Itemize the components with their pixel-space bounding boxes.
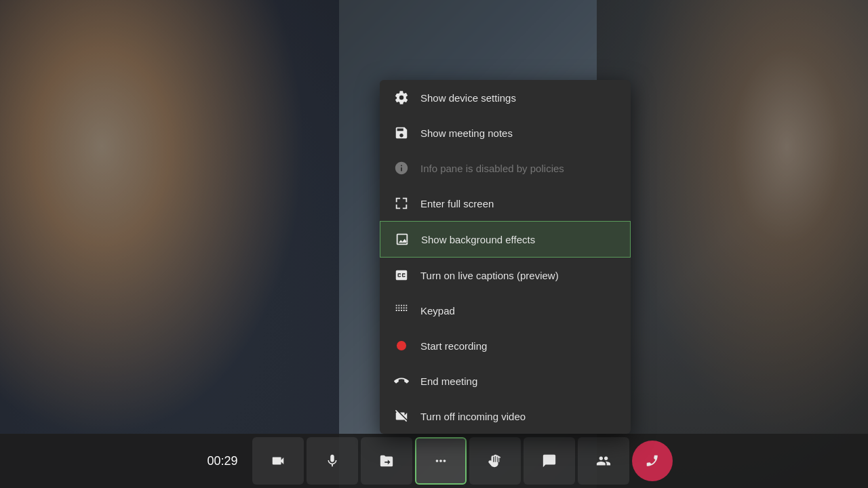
menu-label-info-pane: Info pane is disabled by policies [420,163,564,174]
raise-hand-icon [487,453,503,469]
raise-hand-button[interactable] [469,437,521,485]
menu-label-keypad: Keypad [420,305,455,317]
toolbar: 00:29 [0,434,868,488]
chat-button[interactable] [524,437,575,485]
menu-item-device-settings[interactable]: Show device settings [380,80,631,115]
menu-item-turn-off-video[interactable]: Turn off incoming video [380,399,631,434]
menu-label-fullscreen: Enter full screen [420,198,494,209]
menu-item-end-meeting[interactable]: End meeting [380,363,631,399]
menu-item-captions[interactable]: Turn on live captions (preview) [380,258,631,293]
menu-label-recording: Start recording [420,340,487,352]
participants-icon [595,453,612,469]
menu-label-device-settings: Show device settings [420,92,516,104]
call-timer: 00:29 [195,454,250,468]
fullscreen-icon [393,195,410,211]
end-call-button[interactable] [632,441,673,481]
keypad-icon [393,302,410,319]
notes-icon [393,125,410,141]
end-icon [393,373,410,389]
mic-icon [324,453,340,469]
menu-label-meeting-notes: Show meeting notes [420,127,513,139]
menu-label-end-meeting: End meeting [420,375,477,387]
menu-label-bg-effects: Show background effects [421,234,535,245]
share-button[interactable] [361,437,412,485]
menu-item-fullscreen[interactable]: Enter full screen [380,186,631,221]
menu-item-meeting-notes[interactable]: Show meeting notes [380,115,631,150]
bg-icon [394,231,410,247]
camera-icon [270,453,286,469]
more-button[interactable] [415,437,467,485]
record-icon [393,338,410,354]
share-icon [378,453,395,469]
captions-icon [393,267,410,283]
end-call-icon [644,453,660,469]
info-icon [393,160,410,176]
chat-icon [541,453,557,469]
gear-icon [393,89,410,106]
menu-item-info-pane: Info pane is disabled by policies [380,150,631,186]
participants-button[interactable] [578,437,629,485]
mic-button[interactable] [307,437,358,485]
menu-label-captions: Turn on live captions (preview) [420,270,559,281]
camera-button[interactable] [252,437,304,485]
menu-item-recording[interactable]: Start recording [380,328,631,363]
menu-label-turn-off-video: Turn off incoming video [420,411,526,422]
menu-item-keypad[interactable]: Keypad [380,293,631,328]
menu-item-bg-effects[interactable]: Show background effects [380,221,631,258]
video-off-icon [393,408,410,424]
context-menu: Show device settings Show meeting notes … [380,80,631,434]
more-icon [433,453,449,469]
